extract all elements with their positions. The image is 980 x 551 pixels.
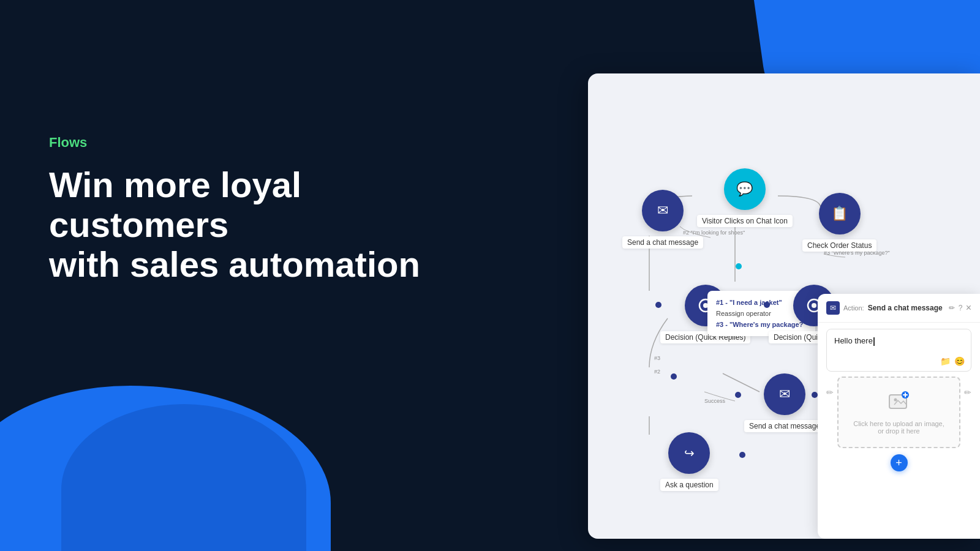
emoji-icon[interactable]: 😊 <box>954 356 965 366</box>
ui-panel: ✉ Send a chat message #2 "I'm looking fo… <box>588 73 980 539</box>
action-close-button[interactable]: × <box>966 302 971 313</box>
node-send-chat-1[interactable]: ✉ Send a chat message <box>622 190 703 249</box>
node-check-order[interactable]: 📋 Check Order Status <box>802 193 876 252</box>
upload-label-2: or drop it here <box>845 427 953 435</box>
ask-question-icon: ↪ <box>668 432 710 474</box>
send-chat-1-icon: ✉ <box>642 190 684 231</box>
svg-point-5 <box>894 399 897 402</box>
folder-icon[interactable]: 📁 <box>940 356 951 366</box>
send-chat-1-label: Send a chat message <box>622 236 703 249</box>
action-help-icon[interactable]: ? <box>959 304 963 312</box>
dot-right-send-chat-2 <box>812 392 818 398</box>
action-icon: ✉ <box>826 301 840 315</box>
dot-send-chat-2-left <box>671 373 677 380</box>
dot-center-top <box>736 263 742 269</box>
success-label: Success <box>704 398 725 404</box>
connector-label-2b: #2 <box>654 369 660 375</box>
connector-label-2: #2 "I'm looking for shoes" <box>683 230 745 236</box>
check-order-label: Check Order Status <box>802 239 876 252</box>
svg-point-3 <box>812 303 816 308</box>
flows-label: Flows <box>49 135 466 151</box>
visitor-clicks-label: Visitor Clicks on Chat Icon <box>697 215 793 227</box>
left-edit-icon[interactable]: ✏ <box>826 377 834 397</box>
action-panel-title-area: ✉ Action: Send a chat message ✏ ? <box>826 301 962 315</box>
node-ask-question[interactable]: ↪ Ask a question <box>660 432 718 491</box>
check-order-icon: 📋 <box>819 193 861 234</box>
right-edit-icon[interactable]: ✏ <box>964 377 971 397</box>
send-chat-2-label: Send a chat message <box>744 420 825 432</box>
image-upload-row: ✏ Click here to upload an image, <box>826 377 971 448</box>
visitor-clicks-icon: 💬 <box>724 168 766 210</box>
action-panel: ✉ Action: Send a chat message ✏ ? × Hell… <box>818 294 980 539</box>
message-input-box[interactable]: Hello there 📁 😊 <box>826 329 971 372</box>
node-send-chat-2[interactable]: ✉ Send a chat message <box>744 373 825 432</box>
message-text: Hello there <box>834 335 963 347</box>
dot-before-send-chat-2 <box>735 392 741 398</box>
action-name-text: Send a chat message <box>868 304 943 312</box>
upload-icon <box>845 390 953 416</box>
cursor <box>873 337 875 346</box>
image-upload-box[interactable]: Click here to upload an image, or drop i… <box>837 377 960 448</box>
connector-label-3b: #3 <box>654 355 660 361</box>
add-message-button[interactable]: + <box>891 454 908 471</box>
upload-label-1: Click here to upload an image, <box>845 420 953 427</box>
action-edit-icon[interactable]: ✏ <box>949 304 955 312</box>
send-chat-2-icon: ✉ <box>764 373 805 415</box>
action-label-text: Action: <box>843 304 864 312</box>
node-visitor-clicks[interactable]: 💬 Visitor Clicks on Chat Icon <box>697 168 793 227</box>
left-panel: Flows Win more loyal customers with sale… <box>49 135 466 285</box>
ask-question-label: Ask a question <box>660 479 718 491</box>
message-box-icons: 📁 😊 <box>940 356 965 366</box>
main-heading: Win more loyal customers with sales auto… <box>49 165 466 285</box>
dot-right-ask-question <box>739 452 745 458</box>
action-panel-body: Hello there 📁 😊 ✏ <box>818 323 980 478</box>
action-panel-header: ✉ Action: Send a chat message ✏ ? × <box>818 294 980 323</box>
